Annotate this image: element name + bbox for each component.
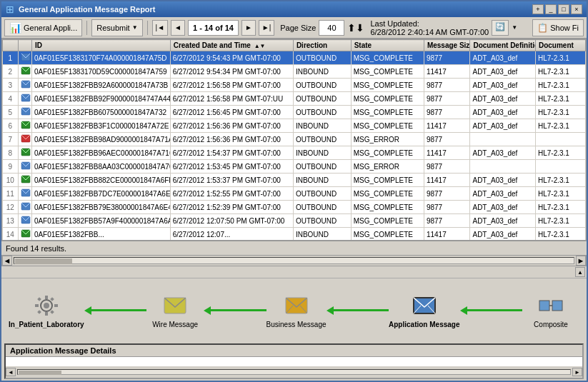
row-icon: [18, 65, 31, 79]
scroll-left-btn[interactable]: ◄: [2, 256, 12, 266]
row-doc: HL7-2.3.1: [535, 146, 585, 160]
row-size: 9877: [424, 201, 470, 214]
row-doc: HL7-2.3.1: [535, 51, 585, 65]
row-docdef: ADT_A03_def: [470, 119, 536, 133]
node-business-message-label: Business Message: [266, 321, 327, 328]
row-direction: OUTBOUND: [293, 106, 351, 119]
row-date: 6/27/2012 1:56:45 PM GMT-07:00: [170, 106, 293, 119]
first-page-button[interactable]: |◄: [152, 20, 169, 36]
detail-scroll-thumb[interactable]: [19, 371, 61, 375]
table-row[interactable]: 50AF01E5F1382FBB6075000001847A7326/27/20…: [3, 106, 586, 119]
col-size[interactable]: Message Size (bytes): [424, 40, 470, 51]
scroll-thumb[interactable]: [15, 258, 72, 264]
row-docdef: ADT_A03_def: [470, 92, 536, 106]
add-button[interactable]: +: [532, 4, 544, 14]
report-tab[interactable]: 📊 General Appli...: [4, 19, 82, 36]
table-row[interactable]: 40AF01E5F1382FBB92F900000184747A446/27/2…: [3, 92, 586, 106]
row-id: 0AF01E5F1382FBB96AEC000001847A716: [31, 146, 170, 160]
table-row[interactable]: 100AF01E5F1382FBB882CE000001847A6FE6/27/…: [3, 174, 586, 187]
col-id[interactable]: ID: [31, 40, 170, 51]
node-wire-message-label: Wire Message: [152, 321, 198, 328]
table-row[interactable]: 10AF01E5F1383170F74A000001847A75D6/27/20…: [3, 51, 586, 65]
node-wire-message[interactable]: Wire Message: [146, 293, 204, 328]
col-docdef[interactable]: Document Definition: [470, 40, 536, 51]
col-direction[interactable]: Direction: [293, 40, 351, 51]
arrow-head-2: [204, 306, 211, 315]
detail-scroll-track[interactable]: [17, 369, 571, 375]
table-container[interactable]: ID Created Date and Time ▲▼ Direction St…: [1, 39, 587, 241]
row-docdef: [470, 133, 536, 146]
row-size: 9877: [424, 92, 470, 106]
row-date: 6/27/2012 12:07...: [170, 228, 293, 241]
col-date[interactable]: Created Date and Time ▲▼: [170, 40, 293, 51]
row-doc: HL7-2.3.1: [535, 79, 585, 92]
table-row[interactable]: 20AF01E5F1383170D59C000001847A7596/27/20…: [3, 65, 586, 79]
restore-button[interactable]: □: [558, 4, 569, 14]
table-row[interactable]: 120AF01E5F1382FBB79E38000001847A6E46/27/…: [3, 201, 586, 214]
col-doc[interactable]: Document: [535, 40, 585, 51]
last-page-button[interactable]: ►|: [259, 20, 275, 36]
svg-rect-22: [37, 310, 41, 314]
row-doc: HL7-2.3.1: [535, 92, 585, 106]
row-number: 14: [3, 228, 19, 241]
row-size: 9877: [424, 79, 470, 92]
node-in-patient-laboratory[interactable]: In_Patient_Laboratory: [9, 293, 84, 328]
row-number: 1: [3, 51, 19, 65]
node-business-message[interactable]: Business Message: [266, 293, 327, 328]
table-row[interactable]: 70AF01E5F1382FBB98AD9000001847A71A6/27/2…: [3, 133, 586, 146]
row-state: MSG_COMPLETE: [351, 187, 424, 201]
details-scroll[interactable]: ◄ ►: [6, 366, 582, 378]
title-bar: ⊞ General Application Message Report + _…: [1, 1, 587, 17]
row-direction: INBOUND: [293, 228, 351, 241]
row-number: 3: [3, 79, 19, 92]
col-num[interactable]: [3, 40, 19, 51]
application-message-icon: [410, 293, 439, 318]
row-date: 6/27/2012 9:54:43 PM GMT-07:00: [170, 51, 293, 65]
table-row[interactable]: 30AF01E5F1382FBB92A6000001847A73B6/27/20…: [3, 79, 586, 92]
row-direction: OUTBOUND: [293, 79, 351, 92]
next-page-button[interactable]: ►: [241, 20, 256, 36]
row-icon: [18, 51, 31, 65]
row-size: 9877: [424, 106, 470, 119]
col-state[interactable]: State: [351, 40, 424, 51]
table-row[interactable]: 60AF01E5F1382FBB3F1C000001847A72E6/27/20…: [3, 119, 586, 133]
row-id: 0AF01E5F1382FBB92F900000184747A44: [31, 92, 170, 106]
table-row[interactable]: 110AF01E5F1382FBB7DC7E000001847A6E86/27/…: [3, 187, 586, 201]
col-icon[interactable]: [18, 40, 31, 51]
close-button[interactable]: ×: [571, 4, 582, 14]
resubmit-button[interactable]: Resubmit ▼: [91, 19, 142, 36]
scroll-up-area: ▲: [1, 266, 587, 278]
row-id: 0AF01E5F1382FBB98AD9000001847A71A: [31, 133, 170, 146]
scroll-track[interactable]: [14, 257, 574, 264]
table-row[interactable]: 130AF01E5F1382FBB57A9F4000001847A6AE6/27…: [3, 214, 586, 228]
row-direction: OUTBOUND: [293, 201, 351, 214]
scroll-up-btn[interactable]: ▲: [575, 267, 585, 277]
diagram-section: In_Patient_Laboratory Wire Message: [1, 278, 587, 342]
table-row[interactable]: 140AF01E5F1382FBB...6/27/2012 12:07...IN…: [3, 228, 586, 241]
row-doc: HL7-2.3.1: [535, 187, 585, 201]
node-composite[interactable]: Composite: [522, 293, 579, 328]
row-state: MSG_COMPLETE: [351, 65, 424, 79]
show-fi-button[interactable]: 📋 Show Fi: [532, 19, 584, 36]
row-date: 6/27/2012 1:52:39 PM GMT-07:00: [170, 201, 293, 214]
refresh-button[interactable]: 🔄: [492, 20, 509, 36]
detail-scroll-right[interactable]: ►: [572, 368, 582, 376]
dropdown-arrow[interactable]: ▼: [512, 24, 517, 31]
row-size: 11417: [424, 119, 470, 133]
scroll-right-btn[interactable]: ►: [576, 256, 586, 266]
row-icon: [18, 201, 31, 214]
window-title: General Application Message Report: [19, 5, 156, 14]
arrow-1: [84, 306, 147, 315]
minimize-button[interactable]: _: [545, 4, 557, 14]
node-application-message[interactable]: Application Message: [389, 293, 459, 328]
row-state: MSG_COMPLETE: [351, 106, 424, 119]
scroll-x[interactable]: ◄ ►: [1, 255, 587, 266]
page-size-input[interactable]: [319, 20, 344, 36]
row-doc: [535, 133, 585, 146]
prev-page-button[interactable]: ◄: [171, 20, 185, 36]
resubmit-dropdown-icon[interactable]: ▼: [132, 24, 138, 31]
detail-scroll-left[interactable]: ◄: [6, 368, 16, 376]
page-size-spinner[interactable]: ⬆⬇: [347, 22, 364, 34]
table-row[interactable]: 90AF01E5F1382FBB8AA03C000001847A7026/27/…: [3, 160, 586, 174]
table-row[interactable]: 80AF01E5F1382FBB96AEC000001847A7166/27/2…: [3, 146, 586, 160]
